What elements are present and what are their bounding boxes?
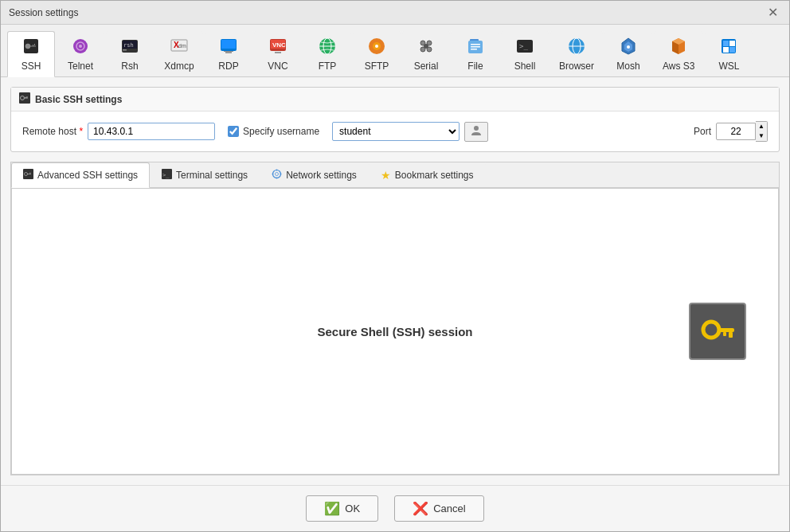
svg-text:rsh: rsh — [123, 42, 134, 49]
port-increment-button[interactable]: ▲ — [756, 122, 767, 131]
svg-rect-61 — [27, 174, 31, 174]
svg-rect-73 — [729, 332, 733, 338]
proto-tab-ssh[interactable]: SSH — [7, 31, 55, 77]
proto-tab-telnet[interactable]: Telnet — [57, 31, 104, 76]
proto-tab-rsh[interactable]: rsh Rsh — [106, 31, 154, 76]
svg-point-28 — [375, 45, 378, 48]
svg-rect-36 — [471, 44, 480, 45]
dialog-content: Basic SSH settings Remote host * Specify… — [1, 77, 789, 485]
sftp-icon — [367, 37, 386, 58]
svg-point-58 — [474, 126, 479, 131]
network-tab-icon — [272, 169, 282, 182]
proto-tab-shell-label: Shell — [514, 61, 536, 72]
proto-tab-file-label: File — [467, 61, 483, 72]
proto-tab-sftp-label: SFTP — [365, 61, 389, 72]
svg-rect-56 — [27, 96, 28, 98]
svg-rect-72 — [718, 328, 734, 332]
rdp-icon — [219, 37, 238, 58]
wsl-icon — [719, 37, 738, 58]
proto-tab-serial-label: Serial — [414, 61, 439, 72]
svg-point-69 — [272, 174, 274, 175]
svg-rect-51 — [723, 47, 729, 53]
svg-point-7 — [79, 45, 82, 48]
svg-text:VNC: VNC — [272, 41, 286, 49]
svg-point-44 — [627, 45, 630, 49]
proto-tab-browser[interactable]: Browser — [550, 31, 603, 76]
proto-tab-shell[interactable]: >_ Shell — [501, 31, 549, 76]
svg-rect-52 — [729, 47, 735, 53]
proto-tab-awss3[interactable]: Aws S3 — [654, 31, 703, 76]
tab-network[interactable]: Network settings — [260, 162, 369, 187]
proto-tab-xdmcp-label: Xdmcp — [164, 61, 194, 72]
close-button[interactable]: ✕ — [765, 6, 781, 19]
proto-tab-awss3-label: Aws S3 — [663, 61, 694, 72]
basic-ssh-settings-icon — [19, 92, 30, 106]
cancel-label: Cancel — [433, 503, 465, 514]
title-bar: Session settings ✕ — [1, 1, 789, 25]
username-select-group: student — [332, 122, 488, 142]
cancel-button[interactable]: ❌ Cancel — [394, 495, 483, 522]
basic-ssh-settings-section: Basic SSH settings Remote host * Specify… — [10, 87, 780, 152]
awss3-icon — [669, 37, 688, 58]
port-input[interactable] — [716, 123, 756, 140]
basic-ssh-settings-header: Basic SSH settings — [11, 88, 779, 111]
remote-host-input[interactable] — [88, 123, 215, 140]
username-select[interactable]: student — [332, 122, 460, 141]
proto-tab-wsl-label: WSL — [718, 61, 739, 72]
port-group: Port ▲ ▼ — [694, 121, 768, 142]
shell-icon: >_ — [515, 37, 534, 58]
tab-bookmark[interactable]: ★ Bookmark settings — [369, 162, 486, 187]
svg-rect-4 — [33, 45, 33, 46]
svg-rect-38 — [471, 49, 477, 50]
proto-tab-xdmcp[interactable]: Xdm Xdmcp — [155, 31, 203, 76]
tab-advanced-ssh[interactable]: Advanced SSH settings — [11, 162, 150, 188]
settings-tabs: Advanced SSH settings >_ Terminal settin… — [11, 162, 779, 188]
svg-rect-50 — [729, 41, 735, 46]
ok-button[interactable]: ✅ OK — [306, 495, 378, 522]
port-label: Port — [694, 126, 711, 137]
proto-tab-telnet-label: Telnet — [68, 61, 93, 72]
tab-terminal-label: Terminal settings — [176, 170, 248, 181]
cancel-icon: ❌ — [413, 501, 428, 516]
session-settings-dialog: Session settings ✕ SSH Telnet rsh Rsh — [0, 0, 790, 532]
svg-rect-16 — [221, 40, 236, 49]
proto-tab-browser-label: Browser — [559, 61, 594, 72]
proto-tab-sftp[interactable]: SFTP — [353, 31, 401, 76]
specify-username-label: Specify username — [243, 126, 319, 137]
proto-tab-file[interactable]: File — [452, 31, 499, 76]
svg-rect-17 — [225, 52, 232, 53]
bookmark-tab-icon: ★ — [381, 169, 391, 182]
tab-bookmark-label: Bookmark settings — [395, 170, 474, 181]
ssh-description: Secure Shell (SSH) session — [317, 325, 472, 338]
specify-username-checkbox-label[interactable]: Specify username — [228, 126, 319, 137]
file-icon — [466, 37, 485, 58]
dialog-title: Session settings — [9, 7, 78, 18]
svg-point-65 — [273, 170, 281, 178]
svg-rect-18 — [224, 51, 233, 52]
proto-tab-serial[interactable]: Serial — [402, 31, 450, 76]
tab-network-label: Network settings — [286, 170, 357, 181]
proto-tab-mosh-label: Mosh — [616, 61, 639, 72]
svg-rect-3 — [34, 44, 35, 45]
svg-rect-22 — [275, 52, 281, 53]
specify-username-group: Specify username — [228, 126, 319, 137]
tab-terminal[interactable]: >_ Terminal settings — [150, 162, 260, 187]
ok-label: OK — [345, 503, 360, 514]
svg-rect-49 — [723, 41, 729, 46]
proto-tab-rdp-label: RDP — [218, 61, 238, 72]
svg-text:>_: >_ — [162, 172, 170, 178]
proto-tab-ftp[interactable]: FTP — [303, 31, 351, 76]
port-decrement-button[interactable]: ▼ — [756, 131, 767, 141]
proto-tab-vnc-label: VNC — [268, 61, 287, 72]
remote-host-label: Remote host * — [22, 126, 83, 137]
specify-username-checkbox[interactable] — [228, 126, 239, 137]
svg-rect-57 — [25, 97, 26, 99]
protocol-tabs: SSH Telnet rsh Rsh Xdm Xdmcp — [1, 25, 789, 77]
proto-tab-wsl[interactable]: WSL — [705, 31, 753, 76]
proto-tab-rdp[interactable]: RDP — [205, 31, 252, 76]
proto-tab-rsh-label: Rsh — [121, 61, 138, 72]
user-icon-button[interactable] — [464, 122, 488, 142]
svg-rect-37 — [471, 46, 480, 48]
proto-tab-vnc[interactable]: VNC VNC — [254, 31, 302, 76]
proto-tab-mosh[interactable]: Mosh — [604, 31, 652, 76]
